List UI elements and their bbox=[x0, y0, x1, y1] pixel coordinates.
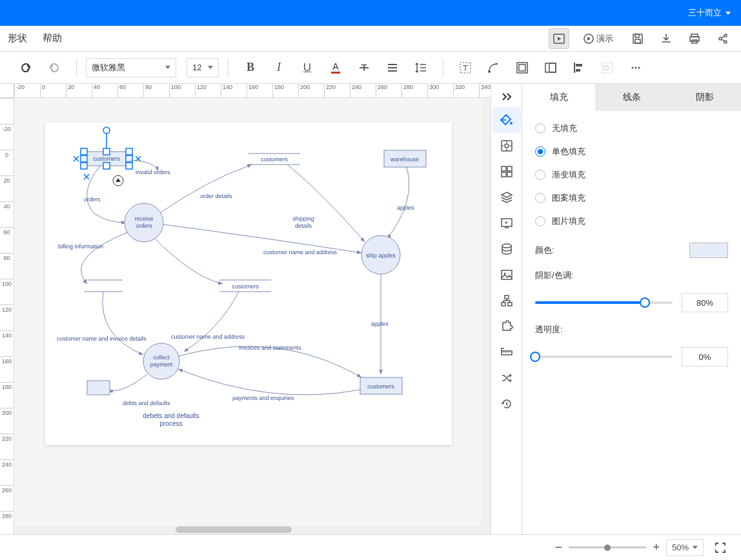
image-button[interactable] bbox=[538, 56, 563, 79]
node-warehouse[interactable]: warehouse bbox=[384, 150, 426, 167]
node-ship-apples[interactable]: ship apples bbox=[361, 235, 400, 274]
align-button[interactable] bbox=[380, 56, 405, 79]
svg-text:customers: customers bbox=[232, 283, 259, 290]
diagram-page[interactable]: customers bbox=[45, 123, 452, 445]
font-color-button[interactable]: A bbox=[323, 56, 349, 79]
opacity-slider[interactable] bbox=[535, 355, 673, 358]
present-button[interactable]: 演示 bbox=[577, 28, 620, 49]
zoom-out-button[interactable]: − bbox=[555, 540, 563, 555]
node-datastore-1[interactable] bbox=[84, 280, 123, 292]
layers-tool-button[interactable] bbox=[492, 185, 521, 210]
fullscreen-button[interactable] bbox=[710, 537, 731, 558]
user-dropdown[interactable]: 三十而立 bbox=[688, 7, 731, 19]
strikethrough-button[interactable]: T bbox=[351, 56, 377, 79]
svg-text:customer name and invoice deta: customer name and invoice details bbox=[57, 335, 147, 342]
more-button[interactable] bbox=[623, 56, 649, 79]
settings-tool-button[interactable] bbox=[492, 133, 521, 159]
font-select[interactable]: 微软雅黑 bbox=[86, 58, 176, 77]
fill-option-solid[interactable]: 单色填充 bbox=[535, 146, 728, 157]
fill-tool-button[interactable] bbox=[492, 107, 521, 133]
fontsize-select[interactable]: 12 bbox=[187, 58, 219, 77]
svg-text:apples: apples bbox=[397, 205, 414, 211]
print-button[interactable] bbox=[684, 28, 705, 49]
svg-rect-36 bbox=[126, 148, 132, 155]
tab-line[interactable]: 线条 bbox=[595, 84, 668, 111]
grid-tool-button[interactable] bbox=[492, 159, 521, 185]
italic-button[interactable]: I bbox=[266, 56, 292, 79]
zoom-select[interactable]: 50% bbox=[666, 539, 704, 556]
undo-button[interactable] bbox=[13, 56, 39, 79]
connector-button[interactable] bbox=[481, 56, 507, 79]
svg-rect-23 bbox=[549, 63, 556, 72]
node-receive-orders[interactable]: receive orders bbox=[125, 203, 163, 242]
database-tool-button[interactable] bbox=[492, 236, 521, 262]
zoom-in-button[interactable]: + bbox=[653, 541, 660, 554]
svg-rect-25 bbox=[576, 64, 582, 66]
opacity-value[interactable]: 0% bbox=[682, 347, 728, 366]
chevron-down-icon bbox=[693, 546, 698, 549]
line-spacing-button[interactable] bbox=[408, 56, 434, 79]
fill-option-image[interactable]: 图片填充 bbox=[535, 215, 728, 227]
tab-fill[interactable]: 填充 bbox=[522, 84, 595, 111]
tint-slider[interactable] bbox=[535, 301, 673, 304]
group-button[interactable] bbox=[594, 56, 620, 79]
node-collect-payment[interactable]: collect payment bbox=[143, 343, 179, 379]
share-button[interactable] bbox=[713, 28, 733, 49]
scrollbar-horizontal[interactable] bbox=[14, 525, 491, 534]
svg-text:ship apples: ship apples bbox=[366, 252, 396, 259]
download-button[interactable] bbox=[656, 28, 676, 49]
title-bar: 三十而立 bbox=[0, 0, 741, 26]
svg-rect-26 bbox=[576, 69, 580, 72]
svg-rect-38 bbox=[103, 163, 110, 169]
svg-rect-4 bbox=[633, 34, 642, 43]
svg-point-42 bbox=[103, 127, 110, 134]
node-small-rect[interactable] bbox=[87, 381, 110, 395]
svg-rect-21 bbox=[519, 65, 525, 71]
canvas-area[interactable]: -200204060801001201401601802002202402602… bbox=[0, 84, 491, 534]
fill-option-gradient[interactable]: 渐变填充 bbox=[535, 169, 728, 181]
text-tool-button[interactable]: T bbox=[452, 56, 478, 79]
menu-shapes[interactable]: 形状 bbox=[8, 32, 27, 45]
node-customers-4[interactable]: customers bbox=[360, 377, 402, 394]
save-button[interactable] bbox=[627, 28, 648, 49]
node-customers-2[interactable]: customers bbox=[249, 154, 300, 165]
bold-button[interactable]: B bbox=[238, 56, 263, 79]
svg-point-11 bbox=[724, 34, 727, 37]
svg-rect-28 bbox=[604, 66, 608, 70]
hierarchy-tool-button[interactable] bbox=[492, 288, 521, 314]
tab-shadow[interactable]: 阴影 bbox=[668, 84, 741, 111]
color-label: 颜色: bbox=[535, 245, 554, 256]
ruler-tool-button[interactable] bbox=[492, 339, 521, 365]
history-tool-button[interactable] bbox=[492, 391, 521, 417]
container-button[interactable] bbox=[509, 56, 535, 79]
align-objects-button[interactable] bbox=[566, 56, 592, 79]
image-tool-button[interactable] bbox=[492, 262, 521, 288]
svg-text:invalid orders: invalid orders bbox=[136, 169, 170, 175]
svg-point-10 bbox=[719, 37, 722, 40]
svg-point-29 bbox=[632, 66, 634, 68]
svg-text:customers: customers bbox=[93, 155, 120, 162]
svg-rect-37 bbox=[81, 163, 87, 169]
zoom-slider[interactable] bbox=[569, 546, 646, 548]
scrollbar-vertical[interactable] bbox=[482, 98, 491, 525]
menu-help[interactable]: 帮助 bbox=[43, 32, 62, 45]
play-tool-button[interactable] bbox=[492, 210, 521, 236]
properties-panel: 填充 线条 阴影 无填充 单色填充 渐变填充 图案填充 图片填充 颜色: bbox=[522, 84, 741, 534]
shuffle-tool-button[interactable] bbox=[492, 365, 521, 391]
node-customers-3[interactable]: customers bbox=[219, 280, 271, 292]
svg-rect-93 bbox=[502, 270, 512, 279]
color-swatch[interactable] bbox=[689, 243, 728, 258]
collapse-panel-button[interactable] bbox=[492, 86, 521, 107]
svg-rect-39 bbox=[126, 163, 132, 169]
embed-button[interactable] bbox=[549, 28, 569, 49]
node-customers-selected[interactable]: customers bbox=[74, 127, 141, 186]
ruler-corner bbox=[0, 84, 14, 98]
fill-option-pattern[interactable]: 图案填充 bbox=[535, 192, 728, 204]
tint-value[interactable]: 80% bbox=[682, 293, 728, 312]
svg-marker-3 bbox=[587, 37, 591, 41]
redo-button[interactable] bbox=[41, 56, 67, 79]
svg-rect-85 bbox=[502, 166, 506, 171]
underline-button[interactable]: U bbox=[294, 56, 320, 79]
fill-option-none[interactable]: 无填充 bbox=[535, 123, 728, 134]
puzzle-tool-button[interactable] bbox=[492, 314, 521, 339]
